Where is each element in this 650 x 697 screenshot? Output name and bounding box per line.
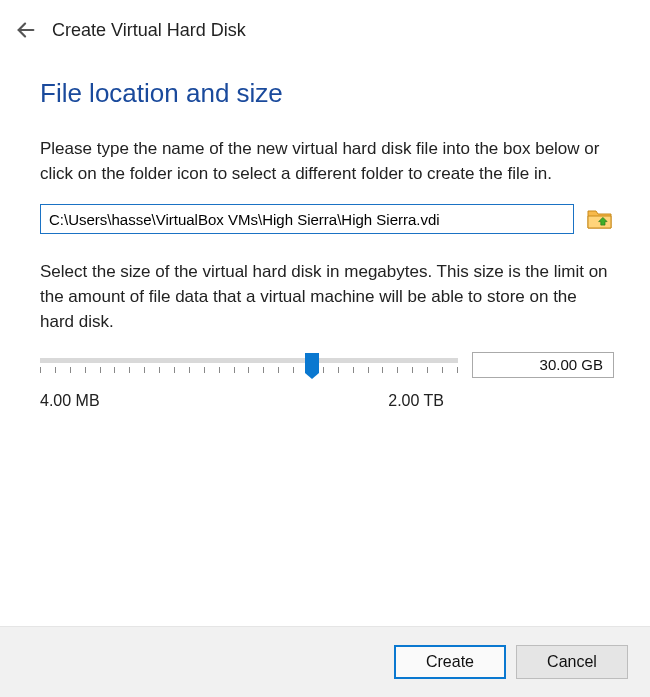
cancel-button[interactable]: Cancel: [516, 645, 628, 679]
file-path-input[interactable]: [40, 204, 574, 234]
range-min-label: 4.00 MB: [40, 392, 100, 410]
path-row: [40, 204, 614, 234]
create-button[interactable]: Create: [394, 645, 506, 679]
slider-ticks: [40, 367, 458, 373]
window-title: Create Virtual Hard Disk: [52, 20, 246, 41]
size-slider[interactable]: [40, 358, 458, 373]
section-heading: File location and size: [40, 78, 614, 109]
range-max-label: 2.00 TB: [388, 392, 444, 410]
slider-area: 30.00 GB 4.00 MB 2.00 TB: [40, 352, 614, 410]
footer: Create Cancel: [0, 626, 650, 697]
content-area: File location and size Please type the n…: [0, 50, 650, 626]
header: Create Virtual Hard Disk: [0, 0, 650, 50]
size-value-display[interactable]: 30.00 GB: [472, 352, 614, 378]
range-labels: 4.00 MB 2.00 TB: [40, 392, 614, 410]
browse-folder-icon[interactable]: [586, 207, 614, 231]
back-arrow-icon[interactable]: [14, 18, 38, 42]
size-instructions: Select the size of the virtual hard disk…: [40, 260, 614, 334]
path-instructions: Please type the name of the new virtual …: [40, 137, 614, 186]
slider-thumb[interactable]: [305, 353, 319, 373]
